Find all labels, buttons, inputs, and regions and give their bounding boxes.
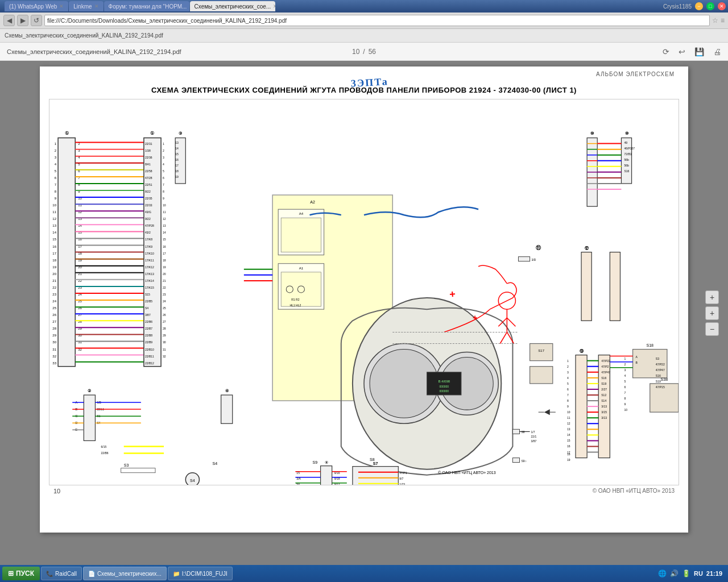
- svg-text:20: 20: [163, 272, 166, 276]
- pdf-print-icon[interactable]: 🖨: [713, 47, 721, 56]
- svg-text:A2: A2: [310, 200, 315, 204]
- svg-text:30: 30: [52, 340, 56, 344]
- svg-text:10: 10: [624, 408, 627, 411]
- svg-text:13: 13: [175, 141, 179, 144]
- tab-forum[interactable]: Форум: туманки для "НОРМ... ✕: [104, 1, 189, 11]
- taskbar-files[interactable]: 📁 I:\DCIM\108_FUJI: [168, 567, 233, 580]
- maximize-button[interactable]: □: [706, 2, 714, 10]
- wrench-icon[interactable]: ≡: [721, 16, 725, 24]
- system-clock: 21:19: [706, 570, 722, 577]
- battery-icon: 🔋: [682, 569, 690, 577]
- svg-text:S8: S8: [370, 458, 375, 462]
- forward-button[interactable]: ▶: [17, 15, 28, 26]
- svg-text:9: 9: [624, 402, 626, 406]
- svg-text:S3: S3: [656, 357, 659, 360]
- svg-text:S9○: S9○: [522, 459, 527, 463]
- taskbar-pdf[interactable]: 📄 Схемы_электрических...: [83, 567, 167, 580]
- svg-text:8/41: 8/41: [145, 163, 151, 166]
- svg-text:②: ②: [88, 389, 92, 393]
- svg-text:47/P47: 47/P47: [656, 368, 665, 372]
- svg-text:3/D: 3/D: [532, 258, 536, 261]
- tab-whatsapp-close[interactable]: ✕: [59, 3, 64, 9]
- svg-text:56b: 56b: [624, 158, 629, 161]
- svg-text:72/B1: 72/B1: [624, 152, 631, 156]
- language-indicator[interactable]: RU: [694, 570, 703, 577]
- svg-text:HL1 HL2: HL1 HL2: [289, 304, 301, 307]
- album-label: АЛЬБОМ ЭЛЕКТРОСХЕМ: [596, 71, 675, 77]
- network-icon: 🌐: [658, 569, 667, 577]
- svg-text:17/K13: 17/K13: [145, 272, 154, 276]
- svg-text:19: 19: [163, 265, 166, 269]
- address-bar[interactable]: file:///C:/Documents/Downloads/Схемы_эле…: [44, 15, 710, 26]
- zoom-in-button-1[interactable]: +: [705, 290, 719, 304]
- svg-text:⑧: ⑧: [325, 460, 328, 464]
- svg-text:⑩: ⑩: [590, 132, 594, 136]
- svg-text:19: 19: [175, 175, 179, 178]
- svg-text:3/87: 3/87: [531, 439, 537, 443]
- svg-text:19: 19: [567, 458, 570, 462]
- tab-linkme-close[interactable]: ✕: [94, 3, 99, 9]
- zoom-in-button-2[interactable]: +: [705, 306, 719, 320]
- svg-text:6: 6: [163, 176, 164, 180]
- zoom-out-button[interactable]: −: [705, 322, 719, 336]
- tab-pdf[interactable]: Схемы_электрических_сое... ✕: [190, 1, 275, 11]
- pdf-page-current: 10: [352, 48, 359, 56]
- taskbar-raidcall[interactable]: 📞 RaidCall: [41, 567, 82, 580]
- refresh-button[interactable]: ↺: [31, 15, 42, 26]
- svg-text:3/15: 3/15: [601, 410, 607, 414]
- svg-text:3/13: 3/13: [601, 405, 607, 408]
- svg-text:B.4/098: B.4/098: [438, 380, 450, 383]
- folder-icon: 📁: [173, 571, 180, 577]
- pdf-filename: Схемы_электрических_соединений_KALINA_21…: [5, 32, 163, 39]
- svg-text:18: 18: [567, 452, 570, 456]
- pdf-save-icon[interactable]: 💾: [694, 47, 704, 56]
- tab-pdf-close[interactable]: ✕: [273, 3, 275, 9]
- svg-text:000000: 000000: [439, 385, 449, 388]
- svg-text:13: 13: [52, 224, 56, 227]
- svg-rect-396: [512, 458, 519, 463]
- svg-rect-212: [610, 252, 620, 321]
- svg-text:7: 7: [163, 183, 164, 186]
- schematic-diagram: 1 2 3 4 5 6 7 8 9 10 11 12 13 14 15 16 1…: [49, 99, 679, 485]
- pdf-reload-icon[interactable]: ⟳: [663, 47, 669, 56]
- back-button[interactable]: ◀: [3, 15, 15, 26]
- svg-text:000000: 000000: [439, 389, 449, 393]
- svg-text:13: 13: [567, 427, 570, 431]
- pdf-back-icon[interactable]: ↩: [679, 47, 685, 56]
- svg-text:S16: S16: [624, 169, 629, 173]
- star-icon[interactable]: ☆: [712, 16, 718, 24]
- svg-text:47/P28: 47/P28: [145, 224, 154, 227]
- svg-text:⑬: ⑬: [580, 348, 584, 353]
- svg-text:1/23: 1/23: [399, 483, 405, 485]
- svg-text:25: 25: [163, 306, 166, 310]
- svg-text:43/G: 43/G: [145, 210, 151, 214]
- nav-bar: ◀ ▶ ↺ file:///C:/Documents/Downloads/Схе…: [0, 13, 728, 28]
- tab-whatsapp[interactable]: (1) WhatsApp Web ✕: [5, 1, 68, 11]
- tab-linkme-label: Linkme: [73, 3, 92, 10]
- svg-text:S7: S7: [373, 462, 378, 465]
- svg-text:①: ①: [150, 131, 154, 136]
- svg-text:22/B8: 22/B8: [145, 334, 152, 337]
- svg-text:17/K11: 17/K11: [145, 259, 154, 262]
- tab-linkme[interactable]: Linkme ✕: [69, 1, 103, 11]
- start-button[interactable]: ⊞ ПУСК: [2, 567, 40, 580]
- svg-text:22: 22: [163, 286, 166, 289]
- svg-text:④: ④: [225, 389, 229, 393]
- start-label: ПУСК: [16, 569, 34, 577]
- close-button[interactable]: ✕: [718, 2, 726, 10]
- svg-text:47/P47: 47/P47: [601, 371, 610, 374]
- svg-text:⑫: ⑫: [585, 246, 589, 250]
- svg-text:R1  R2: R1 R2: [291, 298, 299, 301]
- svg-text:S12: S12: [601, 393, 606, 397]
- svg-rect-417: [518, 257, 530, 261]
- svg-text:7: 7: [567, 393, 569, 397]
- svg-text:22/B10: 22/B10: [145, 348, 154, 351]
- svg-text:8: 8: [624, 397, 626, 400]
- svg-text:11: 11: [163, 210, 166, 214]
- svg-text:⑪: ⑪: [536, 245, 541, 251]
- svg-text:22/B12: 22/B12: [145, 361, 154, 365]
- svg-text:17/K15: 17/K15: [145, 286, 154, 289]
- minimize-button[interactable]: −: [695, 2, 703, 10]
- svg-text:8: 8: [163, 190, 164, 193]
- svg-text:26: 26: [163, 313, 166, 317]
